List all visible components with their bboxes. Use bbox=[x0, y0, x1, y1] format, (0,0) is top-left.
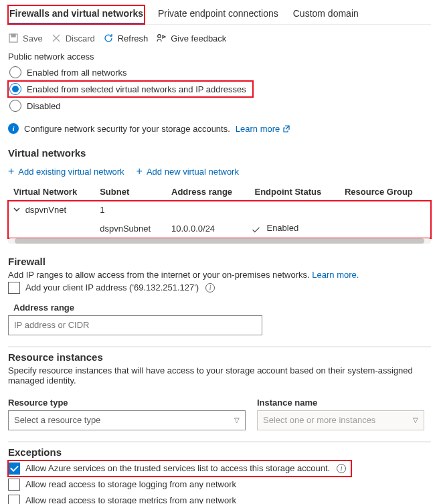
exception-metrics-label: Allow read access to storage metrics fro… bbox=[25, 495, 236, 504]
instance-name-placeholder: Select one or more instances bbox=[263, 415, 375, 425]
plus-icon: + bbox=[137, 165, 143, 177]
tab-bar: Firewalls and virtual networks Private e… bbox=[8, 5, 431, 25]
radio-icon bbox=[9, 83, 21, 95]
refresh-icon bbox=[103, 33, 114, 44]
info-tooltip-icon[interactable]: i bbox=[337, 464, 346, 473]
radio-all-networks[interactable]: Enabled from all networks bbox=[8, 64, 431, 80]
radio-disabled[interactable]: Disabled bbox=[8, 98, 431, 114]
chevron-down-icon: ▽ bbox=[413, 416, 418, 424]
col-vnet: Virtual Network bbox=[8, 183, 94, 201]
tab-custom-domain[interactable]: Custom domain bbox=[292, 5, 360, 24]
add-existing-label: Add existing virtual network bbox=[18, 167, 124, 177]
info-banner: i Configure network security for your st… bbox=[8, 120, 431, 138]
address-range-input[interactable] bbox=[8, 315, 262, 335]
public-access-group: Enabled from all networks Enabled from s… bbox=[8, 64, 431, 114]
save-button[interactable]: Save bbox=[8, 33, 43, 44]
plus-icon: + bbox=[8, 165, 14, 177]
scrollbar-thumb[interactable] bbox=[15, 238, 424, 244]
checkbox-icon bbox=[8, 463, 20, 475]
subnet-name: dspvnSubnet bbox=[94, 219, 166, 238]
add-new-label: Add new virtual network bbox=[147, 167, 239, 177]
table-row[interactable]: dspvnVnet 1 bbox=[8, 201, 431, 219]
exception-logging-label: Allow read access to storage logging fro… bbox=[25, 479, 236, 489]
resource-type-select[interactable]: Select a resource type ▽ bbox=[8, 410, 246, 430]
action-toolbar: Save Discard Refresh Give feedback bbox=[8, 29, 431, 52]
firewall-learn-more-link[interactable]: Learn more. bbox=[312, 270, 359, 280]
tab-firewalls[interactable]: Firewalls and virtual networks bbox=[8, 5, 145, 24]
vnet-name: dspvnVnet bbox=[25, 205, 66, 215]
info-icon: i bbox=[8, 123, 19, 134]
chevron-down-icon[interactable] bbox=[13, 205, 20, 215]
firewall-desc: Add IP ranges to allow access from the i… bbox=[8, 270, 431, 280]
radio-disabled-label: Disabled bbox=[27, 101, 61, 111]
add-existing-vnet-button[interactable]: + Add existing virtual network bbox=[8, 165, 124, 177]
address-range-label: Address range bbox=[13, 303, 431, 313]
svg-rect-1 bbox=[11, 34, 15, 37]
col-status: Endpoint Status bbox=[249, 183, 339, 201]
refresh-label: Refresh bbox=[118, 33, 149, 44]
radio-selected-label: Enabled from selected virtual networks a… bbox=[27, 84, 246, 94]
col-subnet: Subnet bbox=[94, 183, 166, 201]
endpoint-status: Enabled bbox=[254, 223, 298, 233]
add-client-ip-label: Add your client IP address ('69.132.251.… bbox=[25, 282, 199, 292]
exception-logging-row[interactable]: Allow read access to storage logging fro… bbox=[8, 477, 431, 493]
vnet-rows-highlight: dspvnVnet 1 dspvnSubnet 10.0.0.0/24 Enab… bbox=[8, 201, 431, 238]
public-access-title: Public network access bbox=[8, 52, 431, 62]
feedback-label: Give feedback bbox=[171, 33, 226, 44]
col-range: Address range bbox=[166, 183, 249, 201]
status-label: Enabled bbox=[266, 223, 298, 233]
exception-trusted-label: Allow Azure services on the trusted serv… bbox=[25, 463, 330, 473]
instance-name-select[interactable]: Select one or more instances ▽ bbox=[257, 410, 424, 430]
instances-desc: Specify resource instances that will hav… bbox=[8, 365, 431, 386]
firewall-desc-text: Add IP ranges to allow access from the i… bbox=[8, 270, 310, 280]
resource-type-placeholder: Select a resource type bbox=[14, 415, 100, 425]
radio-icon bbox=[9, 66, 21, 78]
table-row[interactable]: dspvnSubnet 10.0.0.0/24 Enabled bbox=[8, 219, 431, 238]
checkbox-icon bbox=[8, 479, 20, 491]
discard-button[interactable]: Discard bbox=[51, 33, 95, 44]
learn-more-link[interactable]: Learn more bbox=[236, 124, 290, 134]
add-new-vnet-button[interactable]: + Add new virtual network bbox=[137, 165, 239, 177]
subnet-range: 10.0.0.0/24 bbox=[166, 219, 249, 238]
vnets-title: Virtual networks bbox=[8, 147, 431, 159]
vnet-add-row: + Add existing virtual network + Add new… bbox=[8, 161, 431, 183]
checkbox-icon bbox=[8, 282, 20, 294]
exception-trusted-row[interactable]: Allow Azure services on the trusted serv… bbox=[8, 460, 351, 477]
col-rg: Resource Group bbox=[339, 183, 431, 201]
section-divider bbox=[8, 346, 431, 347]
refresh-button[interactable]: Refresh bbox=[103, 33, 149, 44]
discard-icon bbox=[51, 33, 62, 44]
discard-label: Discard bbox=[66, 33, 95, 44]
save-icon bbox=[8, 33, 19, 44]
check-icon bbox=[254, 224, 262, 232]
instance-name-label: Instance name bbox=[257, 398, 431, 408]
info-text: Configure network security for your stor… bbox=[24, 124, 230, 134]
external-link-icon bbox=[282, 124, 290, 133]
info-tooltip-icon[interactable]: i bbox=[205, 283, 215, 292]
exceptions-title: Exceptions bbox=[8, 446, 431, 458]
add-client-ip-row[interactable]: Add your client IP address ('69.132.251.… bbox=[8, 280, 431, 296]
radio-selected-networks[interactable]: Enabled from selected virtual networks a… bbox=[8, 81, 253, 97]
instances-title: Resource instances bbox=[8, 351, 431, 363]
horizontal-scrollbar[interactable] bbox=[8, 238, 431, 244]
tab-private-endpoints[interactable]: Private endpoint connections bbox=[157, 5, 280, 24]
feedback-icon bbox=[156, 33, 167, 44]
subnet-count: 1 bbox=[94, 201, 166, 219]
checkbox-icon bbox=[8, 495, 20, 505]
radio-icon bbox=[9, 100, 21, 112]
save-label: Save bbox=[23, 33, 43, 44]
feedback-button[interactable]: Give feedback bbox=[156, 33, 226, 44]
radio-all-label: Enabled from all networks bbox=[27, 68, 127, 78]
learn-more-label: Learn more bbox=[236, 124, 280, 134]
chevron-down-icon: ▽ bbox=[234, 416, 240, 424]
section-divider bbox=[8, 441, 431, 442]
firewall-title: Firewall bbox=[8, 256, 431, 267]
vnet-table: Virtual Network Subnet Address range End… bbox=[8, 183, 431, 238]
exception-metrics-row[interactable]: Allow read access to storage metrics fro… bbox=[8, 493, 431, 505]
svg-point-4 bbox=[158, 35, 161, 38]
resource-type-label: Resource type bbox=[8, 398, 249, 408]
